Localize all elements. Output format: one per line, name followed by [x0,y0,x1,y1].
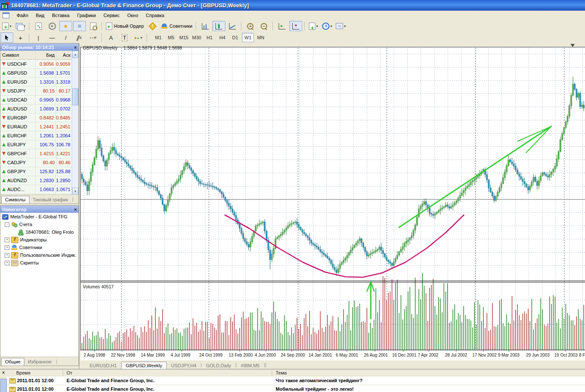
market-watch-row[interactable]: GBPCHF1.42151.4221 [0,149,72,158]
expand-icon[interactable]: + [5,238,9,242]
timeframe-M30-button[interactable]: M30 [191,33,203,42]
market-watch-row[interactable]: EURJPY106.75106.78 [0,140,72,149]
mailbox-scrollbar[interactable] [0,379,7,392]
timeframe-D1-button[interactable]: D1 [229,33,241,42]
menu-Вставка[interactable]: Вставка [48,12,73,19]
text-label-button[interactable]: T [118,32,131,43]
mailbox-column-Время[interactable]: Время [16,370,30,375]
market-watch-row[interactable]: USDJPY80.1580.17 [0,87,72,96]
timeframe-H1-button[interactable]: H1 [204,33,215,42]
column-header-ask[interactable]: Аск [57,51,72,59]
navigator-button[interactable]: ★ [59,21,72,31]
navigator-item-Счета[interactable]: -Счета [0,221,79,228]
market-watch-row[interactable]: USDCAD0.99650.9968 [0,96,72,105]
timeframe-M15-button[interactable]: M15 [178,33,190,42]
chart-tab-GBPUSD,Weekly[interactable]: GBPUSD,Weekly [121,362,167,369]
market-watch-row[interactable]: GBPJPY125.82125.88 [0,167,72,176]
line-chart-button[interactable] [226,21,239,31]
fibonacci-button[interactable]: ⋯F [87,32,99,43]
expand-icon[interactable]: + [5,261,9,265]
navigator-tab-Общие[interactable]: Общие [1,358,24,366]
market-watch-row[interactable]: EURCHF1.20611.2064 [0,131,72,140]
strategy-tester-button[interactable] [87,21,99,31]
templates-button[interactable]: ∿▾ [335,21,347,31]
arrows-button[interactable]: ◆▲▾ [132,32,145,43]
navigator-item-Индикаторы[interactable]: +fИндикаторы [0,236,79,244]
timeframe-H4-button[interactable]: H4 [216,33,228,42]
terminal-button[interactable]: ≡ [73,21,86,31]
market-watch-row[interactable]: USDCHF0.90560.9059 [0,60,72,69]
new-chart-button[interactable]: +▾ [0,21,13,31]
indicators-button[interactable]: +▾ [307,21,320,31]
market-watch-tab-Символы[interactable]: Символы [1,196,29,203]
expert-advisors-button[interactable]: Советники [160,21,194,31]
mailbox-column-Тема[interactable]: Тема [276,370,287,375]
chart-tab-EURUSD,H1[interactable]: EURUSD,H1 [85,362,121,369]
equidistant-channel-button[interactable]: ∥E [73,32,86,43]
scroll-down-icon[interactable]: ▼ [72,188,79,195]
mailbox-column-От[interactable]: От [67,370,73,375]
column-header-symbol[interactable]: Символ [0,51,36,59]
navigator-item-184078681: Oleg Frolo[interactable]: 184078681: Oleg Frolo [0,228,79,236]
title-bar[interactable]: 184078681: MetaTrader - E-Global Trade &… [0,0,585,11]
mail-row[interactable]: 2011.01.01 12:00E-Global Trade and Finan… [7,385,585,392]
menu-Справка[interactable]: Справка [142,12,168,19]
bar-chart-button[interactable] [199,21,212,31]
navigator-item-Скрипты[interactable]: +Скрипты [0,259,79,267]
navigator-root[interactable]: MetaTrader - E-Global TFG [0,213,79,221]
navigator-tab-Избранное[interactable]: Избранное [24,358,55,366]
auto-scroll-button[interactable]: ▶ [276,21,288,31]
chart-tab-GOLD,Daily[interactable]: GOLD,Daily [202,362,236,369]
trendline-button[interactable]: / [59,32,72,43]
timeframe-M1-button[interactable]: M1 [152,33,164,42]
zoom-out-button[interactable]: − [258,21,271,31]
vertical-line-button[interactable]: | [32,32,45,43]
expand-icon[interactable]: + [5,245,9,250]
navigator-header[interactable]: Навигатор × [0,206,79,213]
market-watch-row[interactable]: CADJPY80.4080.46 [0,158,72,167]
market-watch-row[interactable]: GBPUSD1.56981.5701 [0,69,72,78]
market-watch-row[interactable]: AUDUSD1.06991.0702 [0,105,72,113]
scroll-up-icon[interactable]: ▲ [72,51,79,58]
child-window-icon[interactable] [3,12,9,18]
horizontal-line-button[interactable]: — [46,32,58,43]
column-header-bid[interactable]: Бид [36,51,57,59]
market-watch-row[interactable]: EURGBP0.84820.8485 [0,113,72,122]
cursor-button[interactable] [0,32,13,43]
candlestick-chart-button[interactable] [212,21,225,31]
periods-button[interactable]: ▾ [321,21,334,31]
navigator-item-Советники[interactable]: +Советники [0,244,79,251]
timeframe-W1-button[interactable]: W1 [242,33,254,42]
crosshair-button[interactable]: + [14,32,27,43]
mail-row[interactable]: 2011.01.01 12:00E-Global Trade and Finan… [7,377,585,385]
market-watch-button[interactable]: ▲▼ [32,21,45,31]
timeframe-M5-button[interactable]: M5 [165,33,177,42]
menu-Графики[interactable]: Графики [73,12,100,19]
market-watch-row[interactable]: EURUSD1.33161.3318 [0,78,72,87]
zoom-in-button[interactable]: + [244,21,257,31]
scrollbar-thumb[interactable] [72,88,79,105]
menu-Файл[interactable]: Файл [13,12,32,19]
chart-window[interactable]: 2 Aug 199822 Nov 199814 Mar 19994 Jul 19… [79,43,585,360]
close-icon[interactable]: × [74,45,77,50]
market-watch-row[interactable]: AUDC...1.06631.0671 [0,185,72,194]
menu-Окно[interactable]: Окно [123,12,142,19]
new-order-button[interactable]: + Новый Ордер [105,21,145,31]
profiles-button[interactable]: ▾ [14,21,27,31]
expand-icon[interactable]: + [5,253,9,258]
close-icon[interactable]: × [74,207,77,212]
chart-tab-#IBM,M5[interactable]: #IBM,M5 [236,362,264,369]
close-icon[interactable]: × [0,370,7,375]
collapse-icon[interactable]: - [5,222,9,227]
chart-shift-button[interactable]: ✱ [289,21,302,31]
autotrading-button[interactable]: ! [146,21,159,31]
text-button[interactable]: A [105,32,117,43]
timeframe-MN-button[interactable]: MN [255,33,267,42]
menu-Сервис[interactable]: Сервис [100,12,124,19]
chart-tab-USDJPY,H4[interactable]: USDJPY,H4 [167,362,201,369]
market-watch-row[interactable]: EURAUD1.24411.2451 [0,122,72,131]
market-watch-tab-Тиковый график[interactable]: Тиковый график [29,196,72,203]
price-chart[interactable]: 2 Aug 199822 Nov 199814 Mar 19994 Jul 19… [79,43,585,360]
navigator-item-Пользовательские Индик.[interactable]: +fПользовательские Индик. [0,251,79,259]
data-window-button[interactable]: + [46,21,58,31]
